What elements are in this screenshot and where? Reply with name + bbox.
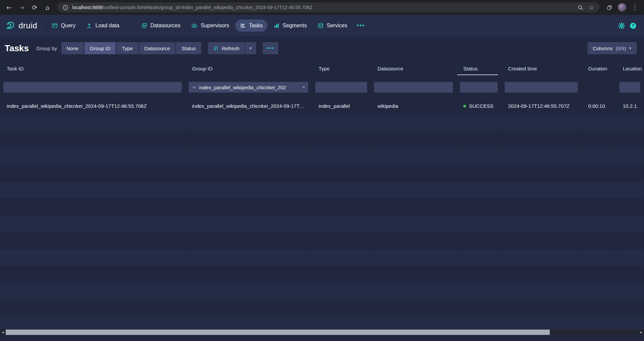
table-cell-empty bbox=[0, 131, 185, 148]
table-cell-empty bbox=[501, 266, 581, 283]
created-time-filter-input[interactable] bbox=[505, 82, 578, 93]
scrollbar-track[interactable] bbox=[6, 330, 638, 335]
columns-button[interactable]: Columns (8/8) ▾ bbox=[587, 42, 637, 54]
nav-query[interactable]: Query bbox=[47, 20, 80, 32]
column-header-location[interactable]: Location bbox=[616, 60, 644, 77]
refresh-dropdown-button[interactable]: ▾ bbox=[245, 42, 256, 54]
status-badge: SUCCESS bbox=[469, 103, 494, 109]
brand-name: druid bbox=[19, 21, 37, 30]
group-by-status-button[interactable]: Status bbox=[176, 42, 201, 54]
task-id-filter-input[interactable] bbox=[3, 82, 182, 93]
table-cell-empty bbox=[371, 216, 457, 232]
horizontal-scrollbar[interactable]: ◄ ► bbox=[0, 330, 644, 335]
refresh-label: Refresh bbox=[222, 45, 240, 51]
table-cell-empty bbox=[0, 283, 185, 300]
group-by-type-button[interactable]: Type bbox=[116, 42, 138, 54]
table-cell-empty bbox=[185, 266, 312, 283]
refresh-button[interactable]: Refresh bbox=[208, 42, 245, 54]
scroll-right-arrow-icon[interactable]: ► bbox=[638, 330, 644, 335]
location-filter-input[interactable] bbox=[619, 82, 640, 93]
datasources-icon bbox=[141, 23, 147, 29]
table-cell-empty bbox=[501, 165, 581, 182]
table-cell-empty bbox=[185, 148, 312, 165]
status-filter-input[interactable] bbox=[460, 82, 498, 93]
chevron-down-icon: ▾ bbox=[250, 46, 252, 51]
nav-services[interactable]: Services bbox=[313, 20, 352, 32]
datasource-filter-input[interactable] bbox=[374, 82, 453, 93]
scrollbar-thumb[interactable] bbox=[6, 330, 550, 335]
table-cell-empty bbox=[185, 216, 312, 232]
main-nav: Query Load data Datasources Supervisors bbox=[47, 20, 368, 32]
column-header-group-id[interactable]: Group ID bbox=[185, 60, 312, 77]
table-row-empty bbox=[0, 115, 644, 131]
druid-console: druid Query Load data Datasource bbox=[0, 15, 644, 341]
profile-avatar[interactable] bbox=[618, 3, 627, 12]
column-header-task-id[interactable]: Task ID bbox=[0, 60, 185, 77]
table-row[interactable]: index_parallel_wikipedia_chicnkei_2024-0… bbox=[0, 98, 644, 115]
column-header-type[interactable]: Type bbox=[312, 60, 371, 77]
columns-count: (8/8) bbox=[616, 45, 626, 51]
table-row-empty bbox=[0, 232, 644, 249]
table-cell-empty bbox=[501, 182, 581, 198]
column-header-status[interactable]: Status bbox=[457, 60, 501, 77]
table-cell-empty bbox=[457, 249, 501, 266]
nav-supervisors[interactable]: Supervisors bbox=[186, 20, 234, 32]
column-header-datasource[interactable]: Datasource bbox=[371, 60, 457, 77]
site-info-icon[interactable] bbox=[61, 3, 69, 11]
table-cell-empty bbox=[312, 131, 371, 148]
table-row-empty bbox=[0, 216, 644, 232]
segments-icon bbox=[274, 23, 280, 29]
nav-tasks[interactable]: Tasks bbox=[235, 20, 267, 32]
table-cell-empty bbox=[581, 148, 616, 165]
table-row-empty bbox=[0, 199, 644, 216]
table-cell-empty bbox=[312, 182, 371, 198]
browser-menu-icon[interactable]: ⋮ bbox=[629, 2, 641, 13]
nav-more-icon[interactable]: ••• bbox=[353, 20, 368, 32]
nav-label: Supervisors bbox=[201, 23, 229, 29]
table-cell-empty bbox=[581, 182, 616, 198]
group-by-none-button[interactable]: None bbox=[61, 42, 84, 54]
table-cell-empty bbox=[371, 283, 457, 300]
clear-filter-icon[interactable]: × bbox=[302, 84, 305, 90]
column-header-created-time[interactable]: Created time bbox=[501, 60, 581, 77]
table-cell-empty bbox=[0, 199, 185, 215]
column-header-duration[interactable]: Duration bbox=[581, 60, 616, 77]
table-cell-empty bbox=[185, 249, 312, 266]
nav-segments[interactable]: Segments bbox=[269, 20, 312, 32]
table-cell-empty bbox=[616, 249, 644, 266]
query-icon bbox=[52, 23, 58, 29]
table-cell-empty bbox=[581, 283, 616, 300]
reload-button[interactable]: ⟳ bbox=[29, 2, 40, 13]
cell-type: index_parallel bbox=[312, 98, 371, 114]
header-divider bbox=[42, 21, 42, 30]
scroll-left-arrow-icon[interactable]: ◄ bbox=[0, 330, 6, 335]
table-cell-empty bbox=[0, 182, 185, 198]
home-button[interactable]: ⌂ bbox=[42, 2, 53, 13]
cell-status: SUCCESS bbox=[457, 98, 501, 114]
supervisors-icon bbox=[191, 23, 198, 29]
type-filter-input[interactable] bbox=[315, 82, 367, 93]
group-by-group-id-button[interactable]: Group ID bbox=[84, 42, 116, 54]
cell-group-id: index_parallel_wikipedia_chicnkei_2024-0… bbox=[185, 98, 312, 114]
table-cell-empty bbox=[616, 199, 644, 215]
refresh-icon bbox=[213, 45, 219, 51]
group-by-datasource-button[interactable]: Datasource bbox=[139, 42, 176, 54]
table-cell-empty bbox=[185, 165, 312, 182]
settings-gear-icon[interactable] bbox=[616, 20, 627, 31]
table-cell-empty bbox=[371, 131, 457, 148]
table-header-row: Task ID Group ID Type Datasource Status … bbox=[0, 60, 644, 77]
help-icon[interactable]: ? bbox=[627, 20, 639, 31]
bookmark-star-icon[interactable]: ☆ bbox=[587, 3, 596, 11]
extensions-icon[interactable] bbox=[604, 2, 615, 13]
forward-button[interactable]: → bbox=[16, 2, 28, 13]
more-actions-button[interactable]: ••• bbox=[263, 42, 278, 54]
table-cell-empty bbox=[457, 165, 501, 182]
nav-datasources[interactable]: Datasources bbox=[137, 20, 185, 32]
table-cell-empty bbox=[185, 283, 312, 300]
back-button[interactable]: ← bbox=[3, 2, 15, 13]
druid-brand[interactable]: druid bbox=[5, 21, 37, 31]
group-id-filter-tag[interactable]: ≈ index_parallel_wikipedia_chicnkei_202 … bbox=[189, 82, 308, 93]
zoom-icon[interactable] bbox=[576, 3, 584, 11]
url-bar[interactable]: localhost:8888/unified-console.html#task… bbox=[57, 2, 600, 12]
nav-load-data[interactable]: Load data bbox=[81, 20, 124, 32]
